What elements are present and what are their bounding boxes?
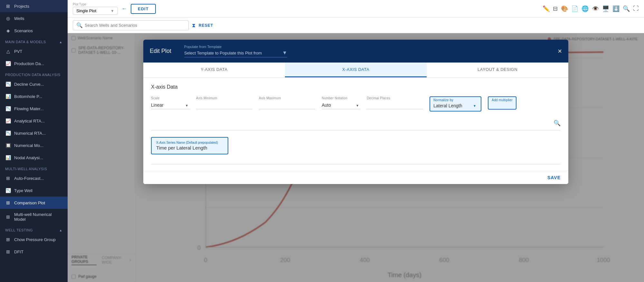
sidebar-item-nodal[interactable]: 📊 Nodal Analysi...	[0, 151, 68, 164]
controls-row: Scale Linear Log Semi-Log Ax	[151, 96, 561, 112]
download-icon[interactable]: ⬇️	[612, 5, 620, 12]
toolbar-icons: ✏️ ⊟ 🎨 📄 🌐 👁️ 🖥️ ⬇️ 🔍 ⛶	[543, 5, 639, 12]
chow-pressure-icon: ⊞	[5, 237, 11, 242]
section-production-analysis: Production Data Analysis	[0, 70, 68, 78]
modal-overlay: Edit Plot Populate from Template Select …	[68, 33, 644, 282]
document-icon[interactable]: 📄	[571, 5, 578, 12]
add-multiplier-input[interactable]: 1	[492, 102, 511, 107]
modal-title: Edit Plot	[150, 48, 171, 54]
wells-icon: ◎	[5, 15, 11, 21]
bottomhole-icon: 📊	[5, 93, 11, 99]
modal-header-right: Populate from Template Select Template t…	[171, 45, 551, 57]
dfit-icon: ⊞	[5, 249, 11, 255]
modal-body: X-axis Data Scale Linear Log Semi-Log	[143, 78, 568, 171]
sidebar-item-scenarios[interactable]: ◈ Scenarios	[0, 24, 68, 37]
expand-icon[interactable]: ⛶	[633, 5, 639, 12]
search-icon: 🔍	[76, 22, 83, 28]
populate-arrow-icon: ▼	[282, 50, 287, 56]
series-search-input[interactable]: Time	[151, 119, 550, 127]
auto-forecast-icon: ⊞	[5, 175, 11, 181]
numerical-model-icon: 🔲	[5, 142, 11, 148]
filter-icon[interactable]: ⧗	[192, 23, 195, 28]
modal-header: Edit Plot Populate from Template Select …	[143, 40, 568, 63]
axis-min-label: Axis Minimum	[196, 96, 252, 100]
sidebar-item-bottomhole[interactable]: 📊 Bottomhole P...	[0, 90, 68, 102]
scale-select[interactable]: Linear Log Semi-Log	[151, 101, 190, 109]
sidebar-item-projects-label: Projects	[14, 4, 29, 9]
sidebar-item-projects[interactable]: ⊞ Projects	[0, 0, 68, 12]
section-title: X-axis Data	[151, 84, 561, 90]
sidebar-item-dfit[interactable]: ⊞ DFIT	[0, 246, 68, 258]
eye-off-icon[interactable]: 👁️	[592, 5, 599, 12]
scenarios-icon: ◈	[5, 28, 11, 34]
tab-y-axis-data[interactable]: Y-AXIS DATA	[143, 63, 285, 77]
chevron-up-icon: ▲	[59, 40, 62, 44]
scale-select-wrapper: Linear Log Semi-Log	[151, 101, 190, 109]
axis-max-input[interactable]	[259, 101, 315, 109]
back-arrow-icon[interactable]: ←	[122, 6, 127, 12]
chevron-up-icon-2: ▲	[59, 229, 62, 232]
series-search-row: Time 🔍	[151, 119, 561, 131]
edit-button[interactable]: EDIT	[131, 4, 156, 14]
number-notation-select-wrapper: Auto Fixed Scientific	[322, 101, 360, 109]
main-area: Plot Type Single Plot ▼ ← EDIT ✏️ ⊟ 🎨 📄 …	[68, 0, 644, 282]
sidebar-item-auto-forecast[interactable]: ⊞ Auto-Forecast...	[0, 172, 68, 184]
sidebar-item-flowing[interactable]: 📉 Flowing Mater...	[0, 102, 68, 115]
normalize-by-label: Normalize by	[433, 98, 478, 102]
plot-type-label: Plot Type	[73, 3, 118, 6]
sidebar-item-multi-well-numerical[interactable]: ⊞ Multi-well Numerical Model	[0, 209, 68, 225]
add-multiplier-control: Add multiplier 1	[488, 96, 516, 110]
dropdown-arrow-icon: ▼	[110, 9, 114, 13]
series-card-value: Time per Lateral Length	[156, 145, 223, 151]
pen-tool-icon[interactable]: ✏️	[543, 5, 550, 12]
sidebar-item-numerical-rta[interactable]: 📉 Numerical RTA...	[0, 127, 68, 139]
section-well-testing: Well Testing ▲	[0, 225, 68, 233]
search-area: 🔍 ⧗ RESET	[68, 18, 644, 33]
tab-x-axis-data[interactable]: X-AXIS DATA	[285, 63, 427, 77]
normalize-by-select[interactable]: Lateral Length None Perforated Length	[433, 102, 478, 110]
sidebar-item-production-data[interactable]: 📈 Production Da...	[0, 57, 68, 70]
palette-icon[interactable]: 🎨	[561, 5, 568, 12]
sidebar: ⊞ Projects ◎ Wells ◈ Scenarios Main Data…	[0, 0, 68, 282]
decimal-places-control: Decimal Places Auto	[367, 96, 423, 109]
axis-min-input[interactable]	[196, 101, 252, 109]
nodal-icon: 📊	[5, 155, 11, 160]
grid-icon[interactable]: ⊟	[553, 5, 558, 12]
populate-label: Populate from Template	[184, 45, 222, 49]
globe-icon[interactable]: 🌐	[582, 5, 589, 12]
series-search-icon: 🔍	[554, 120, 561, 127]
sidebar-item-decline-curve[interactable]: 📉 Decline Curve...	[0, 78, 68, 90]
number-notation-control: Number Notation Auto Fixed Scientific	[322, 96, 360, 109]
flowing-icon: 📉	[5, 106, 11, 112]
content-area: Well/Scenario Name SPE-DATA-REPOSITORY-D…	[68, 33, 644, 282]
monitor-icon[interactable]: 🖥️	[602, 5, 609, 12]
sidebar-item-pvt[interactable]: △ PVT	[0, 45, 68, 57]
zoom-icon[interactable]: 🔍	[623, 5, 630, 12]
search-input[interactable]	[85, 23, 185, 28]
populate-placeholder: Select Template to Populate this Plot fr…	[184, 51, 279, 55]
plot-type-section: Plot Type Single Plot ▼	[73, 3, 118, 15]
sidebar-item-numerical-model[interactable]: 🔲 Numerical Mo...	[0, 139, 68, 151]
axis-max-control: Axis Maximum	[259, 96, 315, 109]
number-notation-select[interactable]: Auto Fixed Scientific	[322, 101, 360, 109]
sidebar-item-comparison-plot[interactable]: ⊞ Comparison Plot	[0, 197, 68, 209]
number-notation-label: Number Notation	[322, 96, 360, 100]
tab-layout-design[interactable]: LAYOUT & DESIGN	[427, 63, 568, 77]
sidebar-item-chow-pressure[interactable]: ⊞ Chow Pressure Group	[0, 233, 68, 246]
decline-curve-icon: 📉	[5, 81, 11, 87]
reset-button[interactable]: RESET	[199, 23, 213, 28]
close-button[interactable]: ×	[558, 47, 562, 55]
plot-type-dropdown[interactable]: Single Plot ▼	[73, 7, 118, 15]
series-card-label: X-Axis Series Name (Default prepopulated…	[156, 141, 223, 144]
comparison-plot-icon: ⊞	[5, 200, 11, 206]
save-button[interactable]: SAVE	[547, 175, 561, 180]
populate-dropdown[interactable]: Select Template to Populate this Plot fr…	[184, 50, 287, 57]
toolbar: Plot Type Single Plot ▼ ← EDIT ✏️ ⊟ 🎨 📄 …	[68, 0, 644, 18]
sidebar-item-wells[interactable]: ◎ Wells	[0, 12, 68, 24]
decimal-places-input[interactable]: Auto	[367, 101, 423, 109]
production-data-icon: 📈	[5, 61, 11, 66]
sidebar-item-type-well[interactable]: 📉 Type Well	[0, 184, 68, 197]
scale-control: Scale Linear Log Semi-Log	[151, 96, 190, 109]
sidebar-item-analytical-rta[interactable]: 📈 Analytical RTA...	[0, 115, 68, 127]
analytical-rta-icon: 📈	[5, 118, 11, 124]
